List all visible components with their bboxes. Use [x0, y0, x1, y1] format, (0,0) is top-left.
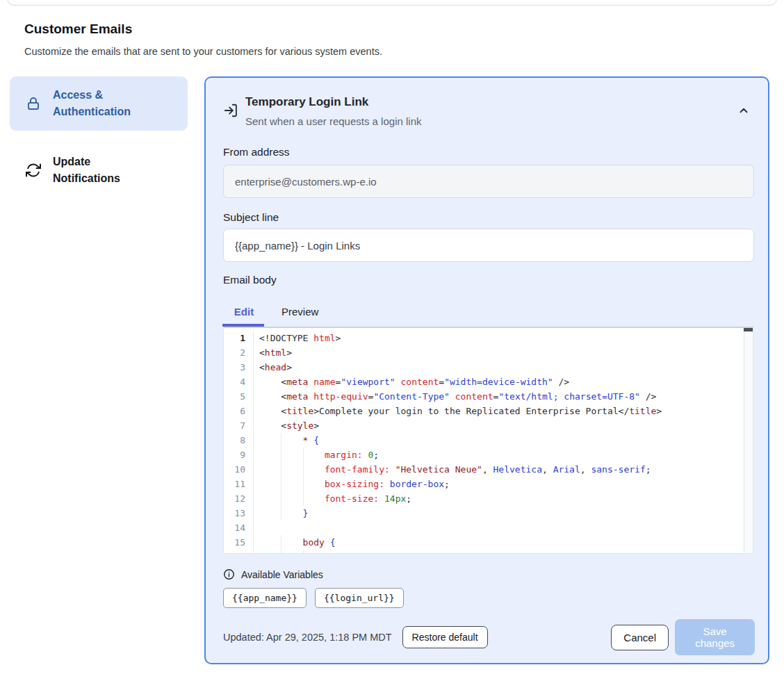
code-line: 9margin: 0; [224, 448, 753, 462]
code-area: 1<!DOCTYPE html>2<html>3<head>4<meta nam… [224, 331, 753, 554]
code-editor[interactable]: 1<!DOCTYPE html>2<html>3<head>4<meta nam… [223, 327, 753, 554]
code-line: 3<head> [224, 360, 753, 375]
line-number: 8 [224, 433, 245, 448]
sidebar-item-label: Update Notifications [53, 154, 157, 187]
page-title: Customer Emails [24, 22, 132, 37]
code-line: 13} [224, 506, 753, 520]
sidebar-item-update-notifications[interactable]: Update Notifications [10, 145, 188, 195]
from-address-input [223, 165, 754, 198]
lock-icon [25, 95, 42, 112]
panel-title: Temporary Login Link [245, 95, 368, 109]
line-number: 12 [224, 491, 245, 506]
page-subtitle: Customize the emails that are sent to yo… [24, 46, 382, 57]
line-number: 2 [224, 345, 245, 360]
line-number: 6 [224, 404, 245, 418]
available-variables-label: Available Variables [241, 569, 323, 580]
code-line: 10font-family: "Helvetica Neue", Helveti… [224, 462, 753, 477]
panel-subtitle: Sent when a user requests a login link [245, 115, 421, 127]
code-line: 16background-color: #f8f8f8; [224, 550, 753, 554]
available-variables-row: Available Variables [223, 568, 323, 580]
line-number: 9 [224, 448, 245, 462]
code-line: 4<meta name="viewport" content="width=de… [224, 375, 753, 389]
variable-chip-app-name[interactable]: {{app_name}} [223, 588, 307, 608]
code-line: 6<title>Complete your login to the Repli… [224, 404, 753, 418]
previous-section-card [7, 0, 777, 6]
code-line: 15body { [224, 535, 753, 550]
subject-line-label: Subject line [223, 211, 279, 224]
variable-chips: {{app_name}}{{login_url}} [223, 588, 404, 608]
code-line: 5<meta http-equiv="Content-Type" content… [224, 389, 753, 404]
line-number: 14 [224, 520, 245, 535]
email-types-sidebar: Access & AuthenticationUpdate Notificati… [10, 76, 188, 195]
line-number: 3 [224, 360, 245, 375]
code-line: 11box-sizing: border-box; [224, 477, 753, 491]
panel-footer: Updated: Apr 29, 2025, 1:18 PM MDT Resto… [223, 624, 755, 650]
tab-edit[interactable]: Edit [223, 302, 265, 322]
line-number: 15 [224, 535, 245, 550]
code-line: 12font-size: 14px; [224, 491, 753, 506]
line-number: 16 [224, 550, 245, 554]
restore-default-button[interactable]: Restore default [402, 626, 488, 648]
code-line: 1<!DOCTYPE html> [224, 331, 753, 345]
active-tab-indicator [222, 324, 264, 327]
from-address-label: From address [223, 146, 290, 158]
code-line: 7<style> [224, 418, 753, 433]
line-number: 1 [224, 331, 245, 345]
line-number: 10 [224, 462, 245, 477]
variable-chip-login-url[interactable]: {{login_url}} [315, 588, 404, 608]
line-number: 5 [224, 389, 245, 404]
editor-scrollbar-thumb[interactable] [744, 328, 753, 331]
subject-line-input[interactable] [223, 229, 754, 262]
save-changes-button[interactable]: Save changes [675, 619, 755, 655]
login-icon [223, 103, 238, 118]
line-number: 4 [224, 375, 245, 389]
editor-scrollbar[interactable] [744, 328, 753, 553]
line-number: 13 [224, 506, 245, 520]
email-body-tabs: EditPreview [223, 302, 335, 322]
line-number: 11 [224, 477, 245, 491]
tab-preview[interactable]: Preview [265, 302, 335, 322]
code-line: 2<html> [224, 345, 753, 360]
code-line: 14 [224, 520, 753, 535]
email-body-label: Email body [223, 274, 277, 286]
refresh-icon [25, 162, 42, 179]
chevron-up-icon[interactable] [737, 104, 750, 117]
line-number: 7 [224, 418, 245, 433]
code-line: 8* { [224, 433, 753, 448]
temporary-login-link-panel: Temporary Login Link Sent when a user re… [204, 76, 769, 664]
cancel-button[interactable]: Cancel [611, 625, 669, 650]
sidebar-item-access-authentication[interactable]: Access & Authentication [10, 76, 188, 131]
updated-timestamp: Updated: Apr 29, 2025, 1:18 PM MDT [223, 632, 392, 643]
sidebar-item-label: Access & Authentication [53, 87, 157, 120]
info-icon [223, 568, 235, 580]
